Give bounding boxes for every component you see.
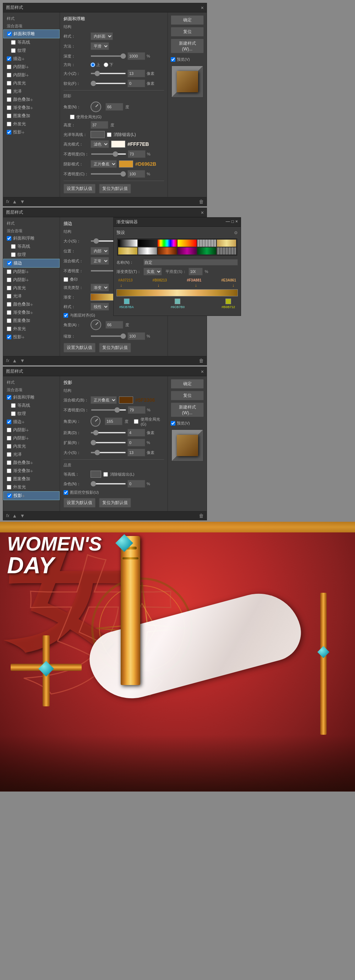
- color-overlay-1-add[interactable]: +: [30, 97, 33, 103]
- scale-input[interactable]: [127, 332, 145, 340]
- s3-outer-glow-cb[interactable]: [7, 485, 11, 490]
- sidebar-3-contour[interactable]: 等高线: [3, 401, 60, 410]
- sidebar-2-drop-shadow[interactable]: 投影 +: [3, 333, 60, 341]
- sidebar-3-inner-shadow[interactable]: 内阴影 +: [3, 426, 60, 434]
- sidebar-item-stroke-1[interactable]: 描边 +: [3, 55, 60, 63]
- shadow-dist-slider-3[interactable]: [91, 432, 126, 433]
- drop-shadow-1-checkbox[interactable]: [7, 130, 11, 135]
- global-light-checkbox[interactable]: [70, 115, 75, 119]
- outer-glow-1-checkbox[interactable]: [7, 122, 11, 126]
- gradient-editor-maximize[interactable]: □: [231, 219, 234, 225]
- sidebar-2-pattern[interactable]: 图案叠加: [3, 317, 60, 325]
- gradient-editor-close[interactable]: ×: [236, 219, 238, 225]
- window-1-close[interactable]: ×: [201, 5, 204, 11]
- set-default-btn-2[interactable]: 设置为默认值: [64, 343, 96, 352]
- preset-silver[interactable]: [138, 247, 157, 255]
- sidebar-item-pattern-overlay-1[interactable]: 图案叠加: [3, 112, 60, 120]
- sidebar-2-gradient[interactable]: 渐变叠加 +: [3, 309, 60, 317]
- direction-up[interactable]: 上: [91, 62, 100, 67]
- s3-color-add[interactable]: +: [30, 460, 33, 466]
- depth-input[interactable]: [127, 52, 145, 60]
- s3-pattern-cb[interactable]: [7, 477, 11, 481]
- shadow-spread-input-3[interactable]: [127, 439, 145, 447]
- scale-slider[interactable]: [91, 336, 126, 337]
- s3-color-cb[interactable]: [7, 460, 11, 465]
- quality-antialias-checkbox[interactable]: [103, 472, 108, 477]
- s2-inner-shadow-add[interactable]: +: [26, 269, 29, 275]
- ge-gradient-bar[interactable]: [116, 289, 238, 296]
- sidebar-3-drop-shadow[interactable]: 投影 +: [3, 491, 60, 500]
- reset-default-btn-3[interactable]: 复位为默认值: [99, 498, 131, 508]
- s3-bevel-cb[interactable]: [7, 395, 11, 400]
- overprint-checkbox[interactable]: [64, 277, 68, 282]
- s3-inner-glow-cb[interactable]: [7, 436, 11, 441]
- highlight-opacity-input[interactable]: [128, 150, 146, 158]
- s2-pattern-cb[interactable]: [7, 318, 11, 323]
- sidebar-2-stroke[interactable]: 描边: [3, 259, 60, 267]
- gradient-editor-minimize[interactable]: —: [226, 219, 230, 225]
- fx-icon-up-2[interactable]: ▲: [12, 358, 17, 363]
- sidebar-3-color[interactable]: 颜色叠加 +: [3, 458, 60, 467]
- shadow-angle-wheel-3[interactable]: [91, 416, 100, 426]
- preset-gold[interactable]: [217, 240, 236, 247]
- swatch-3-box[interactable]: [225, 299, 231, 304]
- preview-checkbox-1[interactable]: 预览(V): [171, 57, 204, 62]
- reset-default-btn-2[interactable]: 复位为默认值: [99, 343, 131, 352]
- fx-icon-delete-1[interactable]: 🗑: [199, 199, 204, 204]
- sidebar-3-texture[interactable]: 纹理: [3, 410, 60, 418]
- stroke-1-checkbox[interactable]: [7, 56, 11, 61]
- sidebar-3-gradient[interactable]: 渐变叠加 +: [3, 467, 60, 475]
- angle-input[interactable]: [105, 103, 123, 111]
- sidebar-item-inner-glow-1[interactable]: 内阴影 +: [3, 71, 60, 79]
- preview-checkbox-3[interactable]: 预览(V): [171, 421, 204, 426]
- s2-drop-shadow-cb[interactable]: [7, 335, 11, 339]
- sidebar-2-color[interactable]: 颜色叠加 +: [3, 300, 60, 309]
- sidebar-3-gloss[interactable]: 光泽: [3, 450, 60, 458]
- sidebar-2-contour[interactable]: 等高线: [3, 242, 60, 251]
- fx-icon-up-3[interactable]: ▲: [12, 513, 17, 519]
- preset-rainbow[interactable]: [158, 240, 177, 247]
- preset-gold2[interactable]: [118, 247, 137, 255]
- sidebar-2-bevel[interactable]: 斜面和浮雕: [3, 234, 60, 242]
- s3-gradient-cb[interactable]: [7, 469, 11, 473]
- reset-btn-3[interactable]: 复位: [171, 391, 204, 400]
- window-3-close[interactable]: ×: [201, 369, 204, 374]
- sidebar-3-satin[interactable]: 内发光: [3, 442, 60, 450]
- color-overlay-1-checkbox[interactable]: [7, 97, 11, 102]
- s2-gradient-add[interactable]: +: [30, 310, 33, 315]
- s2-stroke-cb[interactable]: [7, 261, 12, 266]
- preset-warm[interactable]: [177, 240, 197, 247]
- soften-input[interactable]: [127, 80, 145, 88]
- fx-icon-delete-2[interactable]: 🗑: [199, 358, 204, 363]
- sidebar-2-gloss[interactable]: 光泽: [3, 292, 60, 300]
- reset-btn-1[interactable]: 复位: [171, 27, 204, 37]
- sidebar-item-color-overlay-1[interactable]: 颜色叠加 +: [3, 95, 60, 103]
- fx-icon-up-1[interactable]: ▲: [12, 199, 17, 204]
- shadow-size-slider-3[interactable]: [91, 452, 126, 453]
- shadow-size-input-3[interactable]: [127, 449, 145, 457]
- fx-icon-delete-3[interactable]: 🗑: [199, 513, 204, 519]
- ge-name-input[interactable]: [143, 259, 238, 266]
- preset-checker[interactable]: [197, 240, 217, 247]
- confirm-btn-1[interactable]: 确定: [171, 15, 204, 25]
- fx-icon-down-1[interactable]: ▼: [20, 199, 25, 204]
- sidebar-2-inner-glow[interactable]: 内阴影 +: [3, 276, 60, 284]
- sidebar-item-inner-shadow-1[interactable]: 内阴影 +: [3, 63, 60, 71]
- satin-1-checkbox[interactable]: [7, 81, 11, 86]
- highlight-opacity-slider[interactable]: [91, 153, 126, 155]
- s2-color-add[interactable]: +: [30, 302, 33, 307]
- shadow-opacity-input[interactable]: [127, 170, 145, 178]
- sidebar-3-bevel[interactable]: 斜面和浮雕: [3, 393, 60, 401]
- s2-color-cb[interactable]: [7, 302, 11, 307]
- angle2-wheel[interactable]: [91, 320, 101, 330]
- stroke-blend-select[interactable]: 正常: [91, 257, 109, 265]
- sidebar-item-bevel[interactable]: 斜面和浮雕: [3, 29, 60, 38]
- size-slider[interactable]: [91, 73, 126, 74]
- s3-satin-cb[interactable]: [7, 444, 11, 449]
- swatch-2-box[interactable]: [175, 299, 180, 304]
- sidebar-2-inner-shadow[interactable]: 内阴影 +: [3, 267, 60, 276]
- fx-icon-down-2[interactable]: ▼: [20, 358, 25, 363]
- highlight-mode-select[interactable]: 滤色: [91, 140, 109, 148]
- ge-type-select[interactable]: 实底: [143, 267, 162, 275]
- sidebar-item-contour[interactable]: 等高线: [3, 38, 60, 46]
